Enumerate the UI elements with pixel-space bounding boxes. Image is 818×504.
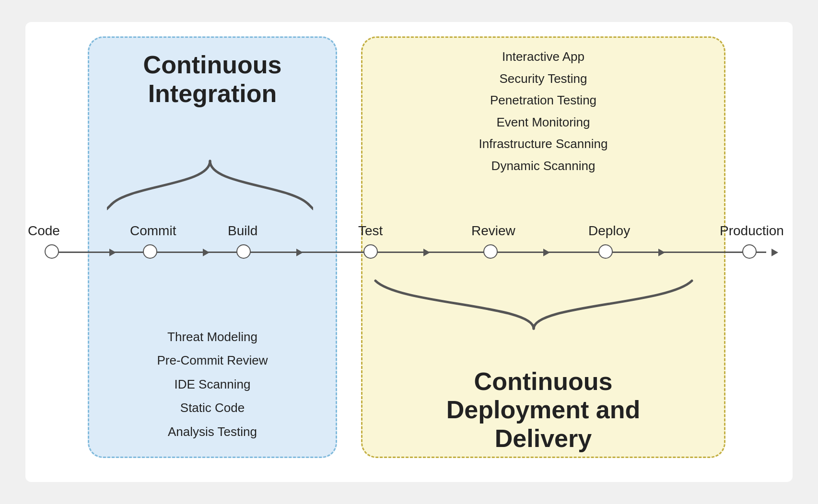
arrow-3 bbox=[296, 249, 303, 256]
cd-brace bbox=[371, 271, 697, 333]
arrow-4 bbox=[423, 249, 430, 256]
ci-item-5: Analysis Testing bbox=[88, 420, 337, 444]
ci-item-2: Pre-Commit Review bbox=[88, 349, 337, 372]
arrow-1 bbox=[109, 249, 116, 256]
arrow-6 bbox=[658, 249, 665, 256]
node-deploy bbox=[598, 244, 613, 259]
arrow-5 bbox=[543, 249, 550, 256]
timeline-arrow bbox=[771, 249, 778, 256]
node-commit bbox=[143, 244, 157, 259]
node-review bbox=[483, 244, 498, 259]
cd-item-5: Infrastructure Scanning bbox=[361, 133, 725, 155]
node-code bbox=[45, 244, 59, 259]
cd-text-block: Interactive App Security Testing Penetra… bbox=[361, 46, 725, 177]
ci-text-block: Threat Modeling Pre-Commit Review IDE Sc… bbox=[88, 325, 337, 444]
label-test: Test bbox=[358, 223, 383, 239]
cd-item-4: Event Monitoring bbox=[361, 112, 725, 134]
diagram-container: Continuous Integration Continuous Deploy… bbox=[25, 22, 793, 482]
node-production bbox=[742, 244, 757, 259]
cd-item-3: Penetration Testing bbox=[361, 90, 725, 112]
ci-brace bbox=[107, 156, 313, 214]
cd-item-2: Security Testing bbox=[361, 68, 725, 90]
arrow-2 bbox=[203, 249, 210, 256]
node-build bbox=[236, 244, 251, 259]
label-build: Build bbox=[228, 223, 257, 239]
ci-title: Continuous Integration bbox=[88, 51, 337, 108]
label-deploy: Deploy bbox=[588, 223, 630, 239]
ci-item-3: IDE Scanning bbox=[88, 373, 337, 396]
cd-title: Continuous Deployment and Delivery bbox=[361, 367, 725, 453]
label-code: Code bbox=[28, 223, 60, 239]
label-production: Production bbox=[720, 223, 784, 239]
node-test bbox=[363, 244, 378, 259]
cd-item-1: Interactive App bbox=[361, 46, 725, 68]
label-commit: Commit bbox=[130, 223, 176, 239]
cd-item-6: Dynamic Scanning bbox=[361, 155, 725, 177]
ci-item-4: Static Code bbox=[88, 396, 337, 420]
ci-item-1: Threat Modeling bbox=[88, 325, 337, 349]
label-review: Review bbox=[471, 223, 515, 239]
